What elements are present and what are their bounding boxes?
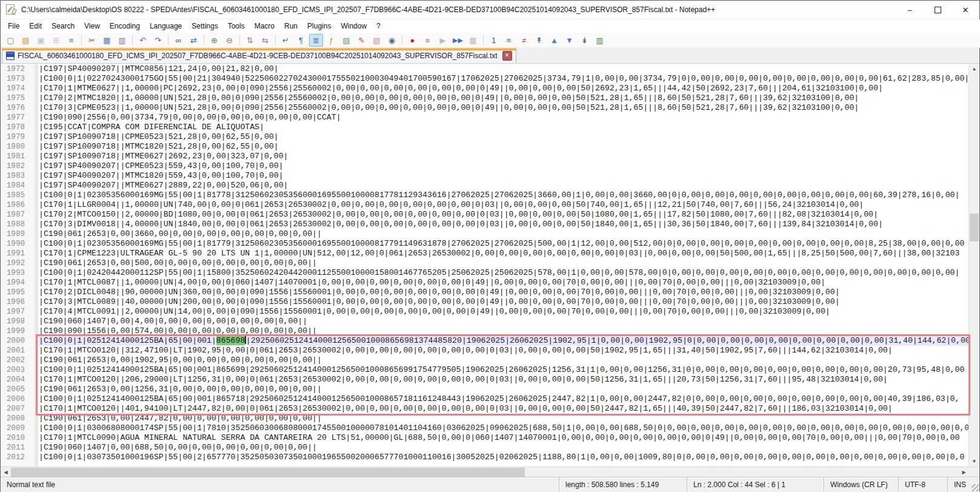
macro-run-multiple-icon[interactable]: ▶▶: [451, 34, 465, 47]
tab-close-icon[interactable]: ✕: [502, 51, 512, 61]
selected-text: 865698: [216, 336, 245, 345]
line-number: 1984: [1, 181, 35, 190]
active-tab-accent: [2, 48, 516, 50]
function-list-icon[interactable]: ƒ: [324, 34, 338, 47]
line-number-gutter: 1972197319741975197619771978197919801981…: [1, 64, 38, 467]
save-all-icon[interactable]: ⊞: [49, 34, 63, 47]
tab-active-fiscal-file[interactable]: FISCAL_60603461000180_EFD_ICMS_IPI_20250…: [2, 48, 516, 63]
status-eol-format[interactable]: Windows (CR LF): [824, 477, 899, 492]
show-all-characters-icon[interactable]: ¶: [294, 34, 308, 47]
cut-icon[interactable]: ✂: [85, 34, 99, 47]
macro-record-icon[interactable]: ●: [405, 34, 419, 47]
code-line: |C190|090|2556|0,00|3734,79|0,00|0,00|0,…: [39, 113, 969, 123]
menu-macro[interactable]: Macro: [250, 20, 279, 32]
code-line: |C100|0|1|02512414000125BA|65|00|001|865…: [39, 365, 969, 375]
code-line: |C170|2|MTCO0150||2,00000|BD|1080,00|0,0…: [39, 210, 969, 220]
menu-encoding[interactable]: Encoding: [105, 20, 145, 32]
sync-vertical-scroll-icon[interactable]: ⇅: [243, 34, 257, 47]
paste-icon[interactable]: ▥: [115, 34, 129, 47]
zoom-out-icon[interactable]: ⊖: [222, 34, 236, 47]
line-number: 1999: [1, 326, 35, 336]
menu-file[interactable]: File: [3, 20, 24, 32]
menu-view[interactable]: View: [79, 20, 105, 32]
compare-set-first-icon[interactable]: 1: [487, 34, 501, 47]
status-cursor-position: Ln : 2.000 Col : 44 Sel : 6 | 1: [687, 477, 824, 492]
scroll-down-icon[interactable]: ▼: [969, 456, 979, 467]
compare-first-diff-icon[interactable]: ↟: [532, 34, 546, 47]
code-line: |C100|0|1|02305356000169MG|55|00|1|81779…: [39, 239, 969, 249]
print-icon[interactable]: ≡: [64, 34, 78, 47]
scroll-left-icon[interactable]: ◀: [1, 467, 11, 477]
monitoring-eye-icon[interactable]: ◉: [385, 34, 399, 47]
horizontal-scrollbar[interactable]: ◀ ▶: [1, 467, 979, 477]
code-line: |C100|0|1|03073501000196SP|55|00|2|65777…: [39, 453, 969, 462]
menu-tools[interactable]: Tools: [223, 20, 250, 32]
code-line: |C190|061|2653|0,00|3660,00|0,00|0,00|0,…: [39, 229, 969, 239]
scroll-right-icon[interactable]: ▶: [959, 467, 969, 477]
close-button[interactable]: ✕: [952, 1, 979, 19]
menu-edit[interactable]: Edit: [24, 20, 47, 32]
minimize-button[interactable]: –: [896, 1, 924, 19]
scroll-up-icon[interactable]: ▲: [969, 64, 979, 74]
open-icon[interactable]: ▤: [19, 34, 33, 47]
indent-guide-icon[interactable]: ≣: [309, 34, 323, 47]
menu-window[interactable]: Window: [336, 20, 372, 32]
word-wrap-icon[interactable]: ↵: [279, 34, 293, 47]
undo-icon[interactable]: ↶: [136, 34, 150, 47]
editor-area[interactable]: 1972197319741975197619771978197919801981…: [1, 64, 979, 467]
menu-plugins[interactable]: Plugins: [302, 20, 336, 32]
code-line: |C170|1|LLGR0004||1,00000|UN|740,00|0,00…: [39, 200, 969, 210]
zoom-in-icon[interactable]: ⊕: [207, 34, 221, 47]
code-line: |C170|1|MTCL0087||1,00000|UN|4,00|0,00|0…: [39, 278, 969, 288]
menu-search[interactable]: Search: [47, 20, 79, 32]
sync-horizontal-scroll-icon[interactable]: ⇆: [258, 34, 272, 47]
code-line: |C195|CCAT|COMPRA COM DIFERENCIAL DE ALI…: [39, 123, 969, 132]
line-text: |292506025124140001256500100086569813744…: [246, 336, 969, 345]
status-length-lines: length : 508.580 lines : 5.149: [559, 477, 687, 492]
compare-icon[interactable]: ≡: [502, 34, 516, 47]
folder-as-workspace-icon[interactable]: ▤: [370, 34, 384, 47]
status-encoding[interactable]: UTF-8: [899, 477, 948, 492]
new-file-icon[interactable]: ▢: [4, 34, 18, 47]
vertical-scrollbar-thumb[interactable]: [970, 214, 979, 241]
code-line: |C197|SP40090207||MTMC1820|559,43|0,00|1…: [39, 171, 969, 181]
compare-prev-diff-icon[interactable]: ▲: [547, 34, 561, 47]
code-line: |C170|3|MTCL0089||40,00000|UN|200,00|0,0…: [39, 297, 969, 307]
menu-run[interactable]: Run: [279, 20, 302, 32]
line-number: 2002: [1, 356, 35, 365]
toolbar-separator: [239, 35, 240, 45]
replace-icon[interactable]: ⇄: [187, 34, 201, 47]
toolbar-separator: [275, 35, 276, 45]
line-number: 2006: [1, 394, 35, 404]
window-title: C:\Users\calmeida\Desktop\OS 80222 - SPE…: [21, 5, 896, 14]
compare-next-diff-icon[interactable]: ▼: [562, 34, 576, 47]
compare-last-diff-icon[interactable]: ↡: [578, 34, 592, 47]
text-content[interactable]: |C197|SP40090207||MTMC0856|121,24|0,00|2…: [39, 64, 969, 467]
compare-clear-icon[interactable]: ≠: [517, 34, 531, 47]
redo-icon[interactable]: ↷: [151, 34, 165, 47]
line-number: 1980: [1, 142, 35, 152]
code-line: |C170|1|CPME1223|ULTRAGEAR GL-5 90 20 LT…: [39, 249, 969, 258]
code-line: |C197|SP40090207||MTME0627|2889,22|0,00|…: [39, 181, 969, 190]
maximize-button[interactable]: [924, 1, 952, 19]
toolbar-separator: [483, 35, 484, 45]
document-map-icon[interactable]: ▧: [339, 34, 353, 47]
find-icon[interactable]: ∞: [172, 34, 185, 47]
save-icon[interactable]: ▣: [34, 34, 48, 47]
code-line: |C100|0|1|02420442000112SP|55|00|1|15800…: [39, 268, 969, 278]
code-line: |C197|SP10090718||MTME0627|2692,23|0,00|…: [39, 152, 969, 161]
copy-icon[interactable]: ▦: [100, 34, 114, 47]
macro-save-icon[interactable]: ▦: [466, 34, 480, 47]
menu-language[interactable]: Language: [145, 20, 187, 32]
compare-nav-bar-icon[interactable]: ▥: [593, 34, 607, 47]
resize-grip[interactable]: [972, 484, 979, 491]
horizontal-scrollbar-thumb[interactable]: [11, 468, 525, 477]
document-list-icon[interactable]: ✎: [355, 34, 368, 47]
line-number: 1993: [1, 268, 35, 278]
vertical-scrollbar[interactable]: ▲ ▼: [968, 64, 979, 467]
menu-settings[interactable]: Settings: [187, 20, 222, 32]
menu-?[interactable]: ?: [372, 20, 385, 32]
macro-stop-icon[interactable]: ■: [421, 34, 435, 47]
macro-play-icon[interactable]: ▶: [436, 34, 450, 47]
code-line: |C100|0|1|02305356000169MG|55|00|1|81778…: [39, 190, 969, 200]
